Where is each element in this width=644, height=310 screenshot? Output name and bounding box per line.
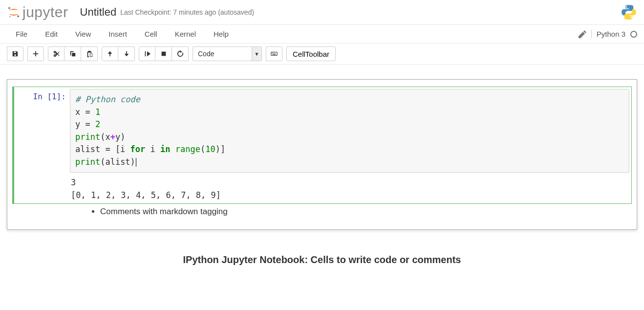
jupyter-logo[interactable]: jupyter — [7, 4, 68, 21]
svg-rect-4 — [271, 52, 277, 56]
toolbar: Code ▼ CellToolbar — [0, 44, 644, 65]
chevron-down-icon: ▼ — [252, 47, 261, 61]
svg-point-0 — [8, 7, 10, 9]
svg-rect-6 — [273, 53, 274, 53]
menu-kernel[interactable]: Kernel — [166, 26, 205, 42]
code-input-area[interactable]: # Python code x = 1 y = 2 print(x+y) ali… — [70, 89, 629, 173]
input-prompt: In [1]: — [16, 89, 70, 201]
svg-rect-8 — [273, 54, 276, 55]
edit-notebook-name-icon[interactable] — [579, 30, 586, 38]
menu-file[interactable]: File — [7, 26, 36, 42]
python-logo-icon — [621, 4, 637, 22]
notebook-area: In [1]: # Python code x = 1 y = 2 print(… — [0, 65, 644, 240]
menu-insert[interactable]: Insert — [100, 26, 136, 42]
save-button[interactable] — [7, 46, 23, 61]
move-cell-up-button[interactable] — [102, 46, 118, 61]
svg-rect-3 — [161, 52, 166, 56]
run-cell-button[interactable] — [139, 46, 155, 61]
insert-cell-below-button[interactable] — [27, 46, 44, 61]
svg-rect-5 — [272, 53, 273, 53]
notebook-title[interactable]: Untitled — [80, 6, 117, 19]
cell-type-selected: Code — [193, 47, 252, 61]
kernel-idle-indicator — [630, 31, 637, 38]
checkpoint-status: Last Checkpoint: 7 minutes ago (autosave… — [120, 8, 254, 16]
header: jupyter Untitled Last Checkpoint: 7 minu… — [0, 0, 644, 25]
cursor-icon — [136, 158, 136, 167]
kernel-name[interactable]: Python 3 — [591, 30, 625, 38]
code-cell[interactable]: In [1]: # Python code x = 1 y = 2 print(… — [12, 87, 632, 204]
move-cell-down-button[interactable] — [118, 46, 135, 61]
svg-point-1 — [17, 15, 19, 17]
celltoolbar-button[interactable]: CellToolbar — [286, 46, 336, 61]
markdown-bullet: Comments with markdown tagging — [100, 206, 632, 218]
markdown-cell[interactable]: Comments with markdown tagging — [12, 204, 632, 218]
svg-point-2 — [9, 16, 11, 18]
cell-type-select[interactable]: Code ▼ — [193, 46, 262, 61]
paste-cell-button[interactable] — [81, 46, 98, 61]
interrupt-kernel-button[interactable] — [155, 46, 172, 61]
svg-rect-7 — [275, 53, 276, 53]
jupyter-logo-text: jupyter — [22, 4, 68, 21]
menu-cell[interactable]: Cell — [136, 26, 166, 42]
jupyter-logo-icon — [7, 5, 21, 19]
figure-caption: IPython Jupyter Notebook: Cells to write… — [0, 240, 644, 270]
copy-cell-button[interactable] — [64, 46, 81, 61]
menu-view[interactable]: View — [66, 26, 100, 42]
output-area: 3 [0, 1, 2, 3, 4, 5, 6, 7, 8, 9] — [70, 173, 629, 201]
cut-cell-button[interactable] — [48, 46, 64, 61]
menubar: File Edit View Insert Cell Kernel Help P… — [0, 25, 644, 44]
menu-edit[interactable]: Edit — [36, 26, 66, 42]
notebook-container: In [1]: # Python code x = 1 y = 2 print(… — [7, 79, 637, 230]
menu-help[interactable]: Help — [205, 26, 237, 42]
restart-kernel-button[interactable] — [172, 46, 189, 61]
command-palette-button[interactable] — [266, 46, 282, 61]
